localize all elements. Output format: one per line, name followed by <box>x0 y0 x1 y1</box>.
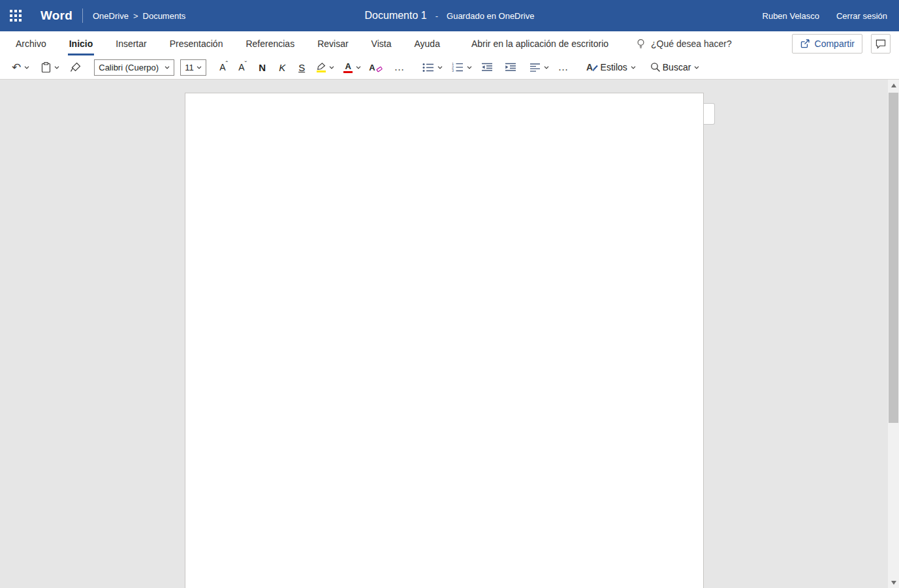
underline-icon: S <box>298 63 305 72</box>
scroll-down-button[interactable] <box>888 577 899 588</box>
tab-inicio[interactable]: Inicio <box>68 31 95 55</box>
share-button[interactable]: Compartir <box>792 34 862 54</box>
shrink-font-button[interactable]: Aˇ <box>236 58 249 76</box>
font-name-select[interactable]: Calibri (Cuerpo) <box>94 59 174 76</box>
italic-icon: K <box>279 63 285 72</box>
italic-button[interactable]: K <box>276 58 288 76</box>
paste-button[interactable] <box>39 58 62 76</box>
chevron-down-icon <box>467 66 472 69</box>
open-in-desktop-button[interactable]: Abrir en la aplicación de escritorio <box>470 31 610 55</box>
chevron-down-icon <box>329 66 334 69</box>
tab-presentacion[interactable]: Presentación <box>168 31 225 55</box>
breadcrumb-separator: > <box>133 11 138 21</box>
alignment-button[interactable] <box>527 58 552 76</box>
breadcrumb: OneDrive > Documents <box>93 11 185 21</box>
tab-revisar[interactable]: Revisar <box>316 31 349 55</box>
font-size-select[interactable]: 11 <box>180 59 206 76</box>
styles-icon: A <box>586 62 599 72</box>
chevron-down-icon <box>437 66 443 69</box>
svg-text:3: 3 <box>452 69 454 72</box>
shrink-font-icon: Aˇ <box>238 62 247 72</box>
font-size-value: 11 <box>185 63 194 72</box>
styles-button[interactable]: A Estilos <box>584 58 639 76</box>
tab-vista[interactable]: Vista <box>370 31 393 55</box>
chevron-down-icon <box>197 66 202 69</box>
scroll-up-button[interactable] <box>888 80 899 91</box>
app-name[interactable]: Word <box>40 8 72 23</box>
breadcrumb-onedrive[interactable]: OneDrive <box>93 11 129 21</box>
chevron-down-icon <box>694 66 699 69</box>
font-more-options-button[interactable]: … <box>392 58 408 76</box>
save-status[interactable]: Guardado en OneDrive <box>447 11 534 21</box>
grow-font-icon: Aˆ <box>219 62 228 72</box>
numbered-list-icon: 123 <box>452 62 464 72</box>
chevron-down-icon <box>54 66 59 69</box>
undo-icon: ↶ <box>12 62 21 73</box>
user-name[interactable]: Ruben Velasco <box>763 11 819 21</box>
scrollbar-thumb[interactable] <box>889 93 898 423</box>
highlighter-icon <box>317 63 326 72</box>
bullet-list-icon <box>422 63 434 72</box>
chevron-down-icon <box>356 66 361 69</box>
tab-insertar[interactable]: Insertar <box>114 31 148 55</box>
chevron-down-icon <box>631 66 636 69</box>
clear-formatting-icon: A <box>369 63 382 72</box>
more-icon: … <box>394 61 405 73</box>
document-canvas <box>0 80 899 588</box>
tab-referencias[interactable]: Referencias <box>244 31 296 55</box>
title-separator: - <box>435 11 438 21</box>
chevron-down-icon <box>544 66 549 69</box>
header-divider <box>82 8 83 23</box>
document-title[interactable]: Documento 1 <box>365 10 427 22</box>
document-page[interactable] <box>185 93 704 588</box>
numbering-button[interactable]: 123 <box>449 58 475 76</box>
format-painter-button[interactable] <box>67 58 84 76</box>
comment-margin-button[interactable] <box>704 103 715 125</box>
tell-me-label: ¿Qué desea hacer? <box>651 39 732 49</box>
tab-archivo[interactable]: Archivo <box>14 31 48 55</box>
breadcrumb-documents[interactable]: Documents <box>143 11 186 21</box>
underline-button[interactable]: S <box>296 58 308 76</box>
share-icon <box>800 39 810 48</box>
vertical-scrollbar[interactable] <box>888 80 899 588</box>
undo-button[interactable]: ↶ <box>9 58 32 76</box>
increase-indent-button[interactable] <box>502 58 519 76</box>
clipboard-icon <box>41 62 51 73</box>
font-name-value: Calibri (Cuerpo) <box>99 63 159 72</box>
bullets-button[interactable] <box>420 58 445 76</box>
grow-font-button[interactable]: Aˆ <box>217 58 230 76</box>
bold-button[interactable]: N <box>256 58 268 76</box>
decrease-indent-icon <box>481 63 493 72</box>
ribbon-toolbar: ↶ Calibri (Cuerpo) 11 Aˆ Aˇ N K <box>0 55 899 80</box>
top-bar: Word OneDrive > Documents Documento 1 - … <box>0 0 899 31</box>
triangle-down-icon <box>891 581 896 585</box>
sign-out-link[interactable]: Cerrar sesión <box>836 11 887 21</box>
tab-ayuda[interactable]: Ayuda <box>413 31 441 55</box>
styles-label: Estilos <box>601 62 627 72</box>
paragraph-more-options-button[interactable]: … <box>556 58 572 76</box>
ribbon-tabs-row: Archivo Inicio Insertar Presentación Ref… <box>0 31 899 55</box>
font-color-icon: A <box>343 62 353 73</box>
waffle-icon <box>10 10 22 22</box>
align-left-icon <box>529 63 541 72</box>
chevron-down-icon <box>165 66 170 69</box>
font-color-button[interactable]: A <box>341 58 364 76</box>
app-launcher-button[interactable] <box>0 0 31 31</box>
decrease-indent-button[interactable] <box>479 58 496 76</box>
clear-formatting-button[interactable]: A <box>366 58 385 76</box>
ribbon-right-group: Compartir <box>792 31 899 55</box>
more-icon: … <box>558 61 569 73</box>
bold-icon: N <box>259 63 266 72</box>
comment-icon <box>875 39 886 49</box>
format-painter-icon <box>70 62 81 72</box>
search-button[interactable]: Buscar <box>648 58 702 76</box>
search-icon <box>650 62 661 72</box>
text-highlight-button[interactable] <box>314 58 337 76</box>
triangle-up-icon <box>891 84 896 87</box>
search-label: Buscar <box>663 62 691 72</box>
lightbulb-icon <box>636 39 646 49</box>
tell-me-button[interactable]: ¿Qué desea hacer? <box>636 31 732 55</box>
comments-button[interactable] <box>871 34 891 54</box>
header-right-group: Ruben Velasco Cerrar sesión <box>763 11 899 21</box>
chevron-down-icon <box>24 66 29 69</box>
